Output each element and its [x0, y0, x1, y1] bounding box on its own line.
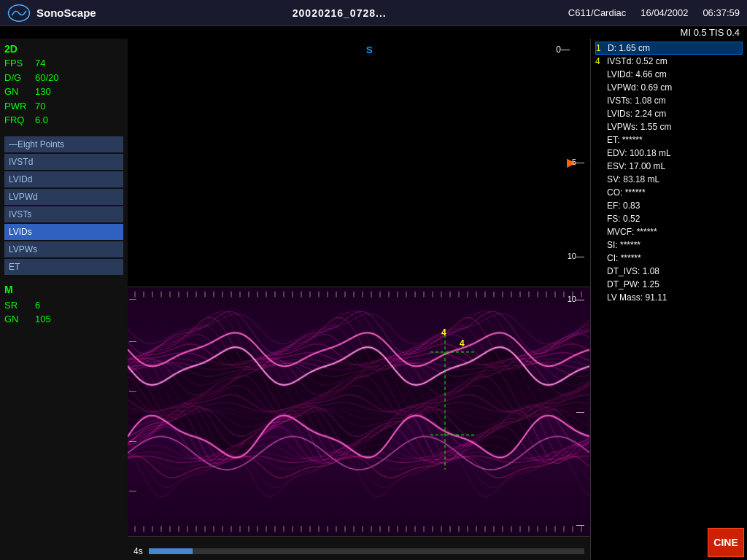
scale-5: 5— — [572, 158, 584, 166]
meas-text-12: EF: 0.83 — [607, 201, 743, 211]
frq-row: FRQ 6.0 — [4, 113, 123, 128]
meas-et[interactable]: ET — [4, 259, 123, 275]
sr-label: SR — [4, 298, 31, 313]
meas-text-2: LVIDd: 4.66 cm — [607, 69, 743, 79]
dg-row: D/G 60/20 — [4, 71, 123, 85]
meas-data-row-8: EDV: 100.18 mL — [595, 147, 743, 160]
meas-data-row-6: LVPWs: 1.55 cm — [595, 120, 743, 133]
meas-data-row-12: EF: 0.83 — [595, 199, 743, 212]
meas-num-0: 1 — [596, 43, 608, 53]
meas-data-row-4: IVSTs: 1.08 cm — [595, 94, 743, 107]
meas-num-1: 4 — [595, 56, 607, 66]
header-right: C611/Cardiac 16/04/2002 06:37:59 — [568, 7, 740, 18]
m-label: M — [4, 284, 123, 295]
mi-tis-label: MI 0.5 TIS 0.4 — [681, 27, 740, 38]
meas-data-row-2: LVIDd: 4.66 cm — [595, 68, 743, 81]
meas-data-row-18: DT_PW: 1.25 — [595, 278, 743, 291]
meas-data-row-11: CO: ****** — [595, 186, 743, 199]
dg-value: 60/20 — [35, 71, 59, 85]
meas-data-row-5: LVIDs: 2.24 cm — [595, 107, 743, 120]
meas-text-3: LVPWd: 0.69 cm — [607, 82, 743, 93]
mmode-scale-10: 10— — [568, 295, 584, 303]
meas-data-row-13: FS: 0.52 — [595, 212, 743, 225]
mmode-canvas — [128, 287, 590, 536]
gn2-value: 105 — [35, 312, 51, 327]
zero-scale: 0— — [556, 44, 570, 55]
meas-text-6: LVPWs: 1.55 cm — [607, 122, 743, 132]
measurements-data-list: 1D: 1.65 cm4IVSTd: 0.52 cmLVIDd: 4.66 cm… — [595, 42, 743, 304]
marker-4-bottom: 4 — [460, 338, 465, 349]
meas-text-11: CO: ****** — [607, 187, 743, 198]
gn2-row: GN 105 — [4, 312, 123, 327]
ruler-area: 4s — [128, 536, 590, 560]
meas-data-row-10: SV: 83.18 mL — [595, 173, 743, 186]
meas-data-row-1: 4IVSTd: 0.52 cm — [595, 55, 743, 68]
fps-row: FPS 74 — [4, 56, 123, 71]
gn-row: GN 130 — [4, 85, 123, 99]
ruler-label: 4s — [133, 546, 143, 556]
left-dash-2: — — [129, 337, 136, 345]
date-label: 16/04/2002 — [640, 7, 688, 18]
meas-lvidd[interactable]: LVIDd — [4, 171, 123, 187]
pwr-row: PWR 70 — [4, 99, 123, 114]
left-dash-5: — — [129, 486, 136, 494]
mmode-dash1: — — [576, 407, 584, 416]
left-dash-4: — — [129, 437, 136, 445]
brand-product: SonoScape — [36, 7, 96, 19]
ruler-indicator — [149, 548, 193, 554]
2d-label: 2D — [4, 43, 123, 55]
meas-text-17: DT_IVS: 1.08 — [607, 266, 743, 276]
meas-text-1: IVSTd: 0.52 cm — [607, 56, 743, 66]
meas-data-row-3: LVPWd: 0.69 cm — [595, 81, 743, 94]
meas-lvpwd[interactable]: LVPWd — [4, 189, 123, 205]
meas-ivstd[interactable]: IVSTd — [4, 154, 123, 170]
s-marker: S — [366, 44, 373, 55]
frq-label: FRQ — [4, 113, 31, 128]
gn2-label: GN — [4, 312, 31, 327]
pwr-label: PWR — [4, 99, 31, 114]
device-label: C611/Cardiac — [568, 7, 627, 18]
meas-lvpws[interactable]: LVPWs — [4, 241, 123, 257]
sr-value: 6 — [35, 298, 40, 313]
header: SonoScape 20020216_0728... C611/Cardiac … — [0, 0, 747, 26]
meas-text-19: LV Mass: 91.11 — [607, 292, 743, 303]
left-dash-1: — — [129, 295, 136, 303]
2d-params: 2D FPS 74 D/G 60/20 GN 130 PWR 70 FRQ 6.… — [4, 43, 123, 128]
cine-button[interactable]: CINE — [708, 528, 744, 557]
ultrasound-2d-area: S 0— ▶ 5— 10— — [128, 39, 590, 287]
measurement-list: —Eight Points IVSTd LVIDd LVPWd IVSTs LV… — [4, 136, 123, 276]
meas-text-7: ET: ****** — [607, 135, 743, 145]
right-panel: 1D: 1.65 cm4IVSTd: 0.52 cmLVIDd: 4.66 cm… — [590, 39, 747, 560]
m-params: M SR 6 GN 105 — [4, 284, 123, 327]
meas-text-9: ESV: 17.00 mL — [607, 161, 743, 171]
meas-text-0: D: 1.65 cm — [608, 43, 742, 53]
left-panel: 2D FPS 74 D/G 60/20 GN 130 PWR 70 FRQ 6.… — [0, 39, 128, 560]
meas-text-14: MVCF: ****** — [607, 227, 743, 237]
meas-lvids[interactable]: LVIDs — [4, 224, 123, 240]
sonoscape-logo-icon — [7, 3, 31, 23]
center-panel: S 0— ▶ 5— 10— 10— — — — — — — — 4 4 4s — [128, 39, 590, 560]
fps-label: FPS — [4, 56, 31, 71]
meas-ivsts[interactable]: IVSTs — [4, 206, 123, 222]
header-filename: 20020216_0728... — [111, 7, 568, 19]
meas-data-row-19: LV Mass: 91.11 — [595, 291, 743, 304]
meas-text-15: SI: ****** — [607, 240, 743, 250]
mmode-dash2: — — [576, 520, 584, 529]
marker-4-top: 4 — [441, 327, 446, 338]
meas-data-row-7: ET: ****** — [595, 133, 743, 147]
ruler-bar — [149, 548, 584, 554]
meas-data-row-15: SI: ****** — [595, 238, 743, 252]
meas-text-8: EDV: 100.18 mL — [607, 148, 743, 158]
us2d-canvas — [128, 39, 590, 287]
eight-points-header: —Eight Points — [4, 136, 123, 152]
meas-text-13: FS: 0.52 — [607, 214, 743, 224]
meas-data-row-9: ESV: 17.00 mL — [595, 160, 743, 173]
gn-label: GN — [4, 85, 31, 99]
frq-value: 6.0 — [35, 113, 48, 128]
sr-row: SR 6 — [4, 298, 123, 313]
dg-label: D/G — [4, 71, 31, 85]
meas-text-18: DT_PW: 1.25 — [607, 279, 743, 289]
meas-text-5: LVIDs: 2.24 cm — [607, 109, 743, 119]
fps-value: 74 — [35, 56, 45, 71]
mmode-area: 10— — — — — — — — 4 4 — [128, 287, 590, 536]
